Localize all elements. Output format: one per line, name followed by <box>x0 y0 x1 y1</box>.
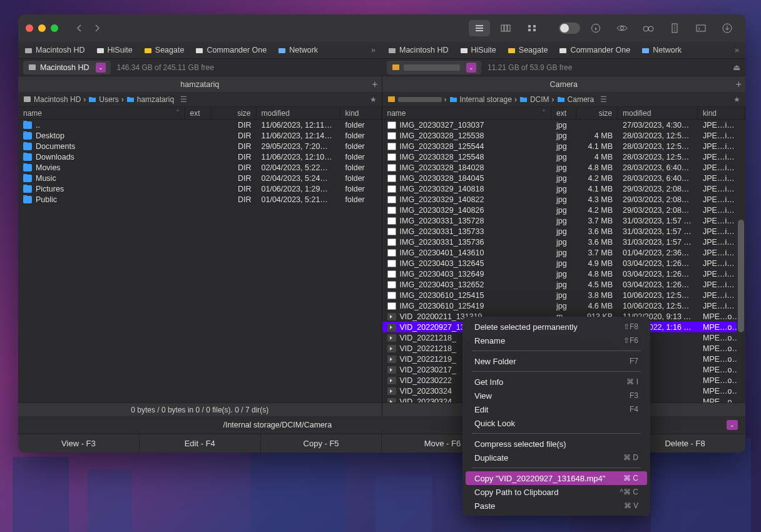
right-tab[interactable]: Camera <box>550 80 578 89</box>
back-button[interactable] <box>69 20 88 36</box>
right-file-row[interactable]: IMG_20230329_140818 jpg 4.1 MB 29/03/202… <box>382 183 746 194</box>
right-file-row[interactable]: IMG_20230331_135728 jpg 3.7 MB 31/03/202… <box>382 215 746 226</box>
col-modified[interactable]: modified <box>618 107 698 119</box>
device-seagate[interactable]: Seagate <box>144 46 185 54</box>
col-modified[interactable]: modified <box>257 107 340 119</box>
left-add-tab[interactable]: + <box>372 79 377 90</box>
right-file-row[interactable]: IMG_20230331_135736 jpg 3.6 MB 31/03/202… <box>382 237 746 247</box>
menu-item-edit[interactable]: EditF4 <box>466 402 647 416</box>
view-grid-icon[interactable] <box>521 20 543 36</box>
list-icon[interactable]: ☰ <box>600 95 607 104</box>
crumb-root-masked[interactable] <box>387 95 442 103</box>
right-file-row[interactable]: IMG_20230610_125415 jpg 3.8 MB 10/06/202… <box>382 290 746 300</box>
right-file-row[interactable]: IMG_20230328_184045 jpg 4.2 MB 28/03/202… <box>382 173 746 183</box>
device-seagate[interactable]: Seagate <box>508 46 548 54</box>
menu-item-quick-look[interactable]: Quick Look <box>466 416 647 430</box>
context-menu[interactable]: Delete selected permanently⇧F8Rename⇧F6N… <box>462 317 650 516</box>
list-icon[interactable]: ☰ <box>180 95 187 104</box>
favorite-icon[interactable]: ★ <box>733 95 740 104</box>
right-file-row[interactable]: IMG_20230329_140822 jpg 4.3 MB 29/03/202… <box>382 194 746 205</box>
device-network[interactable]: Network <box>641 46 682 54</box>
right-file-row[interactable]: IMG_20230610_125419 jpg 4.6 MB 10/06/202… <box>382 300 746 311</box>
eject-icon[interactable]: ⏏ <box>733 63 740 72</box>
right-file-row[interactable]: IMG_20230331_135733 jpg 3.6 MB 31/03/202… <box>382 226 746 237</box>
view-list-icon[interactable] <box>469 20 490 36</box>
left-file-row[interactable]: Movies DIR 02/04/2023, 5:22… folder <box>18 162 382 173</box>
more-devices-right[interactable]: » <box>735 46 739 54</box>
left-file-row[interactable]: Pictures DIR 01/06/2023, 1:29… folder <box>18 183 382 194</box>
right-file-row[interactable]: IMG_20230328_125544 jpg 4.1 MB 28/03/202… <box>382 141 746 151</box>
menu-item-copy-path-to-clipboard[interactable]: Copy Path to Clipboard^⌘ C <box>466 485 647 499</box>
view-columns-icon[interactable] <box>495 20 516 36</box>
left-file-row[interactable]: .. DIR 11/06/2023, 12:11… folder <box>18 120 382 130</box>
more-devices-left[interactable]: » <box>371 46 375 54</box>
binoculars-icon[interactable] <box>638 20 659 36</box>
col-kind[interactable]: kind <box>698 107 745 119</box>
menu-item-new-folder[interactable]: New FolderF7 <box>466 354 647 368</box>
right-file-row[interactable]: IMG_20230328_125538 jpg 4 MB 28/03/2023,… <box>382 130 746 141</box>
menu-item-duplicate[interactable]: Duplicate⌘ D <box>466 451 647 464</box>
left-drive-button[interactable]: Macintosh HD ⌄ <box>23 61 111 74</box>
right-scrollbar[interactable] <box>737 120 745 402</box>
right-file-row[interactable]: IMG_20230328_125548 jpg 4 MB 28/03/2023,… <box>382 151 746 162</box>
menu-item-paste[interactable]: Paste⌘ V <box>466 499 647 513</box>
zoom-window-button[interactable] <box>51 24 58 32</box>
right-file-row[interactable]: IMG_20230403_132652 jpg 4.5 MB 03/04/202… <box>382 279 746 290</box>
fkey-4[interactable]: Edit - F4 <box>140 434 261 453</box>
right-drive-button[interactable]: ⌄ <box>387 61 481 74</box>
col-size[interactable]: size <box>576 107 618 119</box>
device-hisuite[interactable]: HiSuite <box>460 46 496 54</box>
crumb-camera[interactable]: Camera <box>557 95 595 104</box>
crumb-internal-storage[interactable]: Internal storage <box>449 95 512 104</box>
col-name[interactable]: name˄ <box>18 107 185 119</box>
info-icon[interactable] <box>585 20 606 36</box>
device-commander-one[interactable]: Commander One <box>195 46 267 54</box>
device-commander-one[interactable]: Commander One <box>559 46 630 54</box>
col-name[interactable]: name˄ <box>382 107 552 119</box>
archive-icon[interactable] <box>664 20 685 36</box>
menu-item-rename[interactable]: Rename⇧F6 <box>466 334 647 347</box>
command-expand-button[interactable]: ⌄ <box>727 420 738 430</box>
fkey-5[interactable]: Copy - F5 <box>261 434 382 453</box>
device-macintosh-hd[interactable]: Macintosh HD <box>24 46 85 54</box>
right-file-row[interactable]: IMG_20230329_140826 jpg 4.2 MB 29/03/202… <box>382 205 746 215</box>
minimize-window-button[interactable] <box>38 24 46 32</box>
left-file-row[interactable]: Downloads DIR 11/06/2023, 12:10… folder <box>18 151 382 162</box>
forward-button[interactable] <box>88 20 107 36</box>
terminal-icon[interactable] <box>690 20 712 36</box>
crumb-dcim[interactable]: DCIM <box>519 95 549 104</box>
menu-item-compress-selected-file-s-[interactable]: Compress selected file(s) <box>466 437 647 451</box>
col-ext[interactable]: ext <box>185 107 212 119</box>
left-file-list[interactable]: .. DIR 11/06/2023, 12:11… folder Desktop… <box>18 120 382 402</box>
menu-item-view[interactable]: ViewF3 <box>466 389 647 402</box>
menu-item-copy-vid-20220927-131648-mp4-[interactable]: Copy "VID_20220927_131648.mp4"⌘ C <box>466 471 647 485</box>
download-icon[interactable] <box>717 20 738 36</box>
col-size[interactable]: size <box>212 107 257 119</box>
col-ext[interactable]: ext <box>551 107 576 119</box>
fkey-3[interactable]: View - F3 <box>18 434 140 453</box>
menu-item-get-info[interactable]: Get Info⌘ I <box>466 375 647 389</box>
left-tab[interactable]: hamzatariq <box>180 80 219 89</box>
left-file-row[interactable]: Documents DIR 29/05/2023, 7:20… folder <box>18 141 382 151</box>
hidden-files-toggle[interactable] <box>559 23 580 34</box>
quicklook-icon[interactable] <box>611 20 633 36</box>
col-kind[interactable]: kind <box>340 107 382 119</box>
left-file-row[interactable]: Music DIR 02/04/2023, 5:24… folder <box>18 173 382 183</box>
left-file-row[interactable]: Public DIR 01/04/2023, 5:21… folder <box>18 194 382 205</box>
right-file-row[interactable]: IMG_20230401_143610 jpg 3.7 MB 01/04/202… <box>382 247 746 258</box>
right-add-tab[interactable]: + <box>736 79 742 90</box>
right-file-row[interactable]: IMG_20230403_132645 jpg 4.9 MB 03/04/202… <box>382 258 746 269</box>
device-macintosh-hd[interactable]: Macintosh HD <box>388 46 449 54</box>
crumb-users[interactable]: Users <box>88 95 118 104</box>
device-hisuite[interactable]: HiSuite <box>96 46 133 54</box>
crumb-hamzatariq[interactable]: hamzatariq <box>126 95 174 104</box>
right-file-row[interactable]: IMG_20230403_132649 jpg 4.8 MB 03/04/202… <box>382 269 746 279</box>
right-file-row[interactable]: IMG_20230327_103037 jpg 27/03/2023, 4:30… <box>382 120 746 130</box>
device-network[interactable]: Network <box>278 46 318 54</box>
right-file-row[interactable]: IMG_20230328_184028 jpg 4.8 MB 28/03/202… <box>382 162 746 173</box>
menu-item-delete-selected-permanently[interactable]: Delete selected permanently⇧F8 <box>466 320 647 334</box>
close-window-button[interactable] <box>26 24 33 32</box>
crumb-macintosh hd[interactable]: Macintosh HD <box>23 95 81 104</box>
favorite-icon[interactable]: ★ <box>370 95 377 104</box>
left-file-row[interactable]: Desktop DIR 11/06/2023, 12:14… folder <box>18 130 382 141</box>
